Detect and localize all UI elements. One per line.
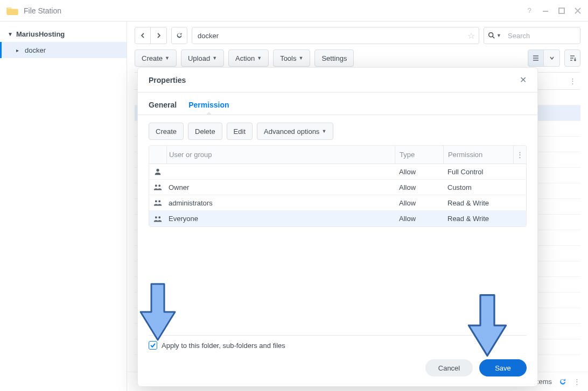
settings-button[interactable]: Settings bbox=[314, 49, 354, 67]
view-dropdown-button[interactable] bbox=[544, 49, 560, 67]
caret-down-icon: ▼ bbox=[321, 129, 326, 134]
nav-back-button[interactable] bbox=[135, 27, 151, 44]
minimize-icon[interactable] bbox=[542, 7, 549, 15]
perm-type: Allow bbox=[395, 215, 443, 223]
maximize-icon[interactable] bbox=[558, 7, 565, 15]
perm-type: Allow bbox=[395, 168, 443, 176]
title-bar: File Station ? bbox=[0, 0, 588, 22]
search-scope-dropdown[interactable]: ▼ bbox=[488, 32, 501, 39]
sort-button[interactable] bbox=[564, 49, 580, 67]
people-icon bbox=[149, 183, 166, 191]
perm-advanced-button[interactable]: Advanced options▼ bbox=[257, 123, 333, 140]
tree-item-label: docker bbox=[25, 46, 46, 54]
perm-value: Read & Write bbox=[443, 199, 513, 207]
col-header-type[interactable]: Type bbox=[395, 146, 443, 163]
window-title: File Station bbox=[24, 6, 526, 15]
refresh-list-button[interactable] bbox=[558, 378, 567, 386]
tools-button[interactable]: Tools▼ bbox=[273, 49, 310, 67]
perm-type: Allow bbox=[395, 199, 443, 207]
col-header-permission[interactable]: Permission bbox=[443, 146, 513, 163]
refresh-button[interactable] bbox=[171, 27, 187, 44]
perm-value: Read & Write bbox=[443, 215, 513, 223]
perm-value: Custom bbox=[443, 183, 513, 191]
apply-label: Apply to this folder, sub-folders and fi… bbox=[162, 342, 285, 350]
perm-delete-button[interactable]: Delete bbox=[188, 123, 222, 140]
people-icon bbox=[149, 199, 166, 207]
tab-permission[interactable]: Permission bbox=[188, 101, 229, 115]
save-button[interactable]: Save bbox=[479, 359, 527, 376]
perm-name: Everyone bbox=[166, 215, 395, 223]
star-icon[interactable]: ☆ bbox=[467, 31, 475, 41]
perm-row[interactable]: Owner Allow Custom bbox=[149, 180, 526, 195]
caret-down-icon: ▼ bbox=[257, 55, 262, 61]
folder-icon bbox=[6, 6, 18, 16]
chevron-down-icon: ▼ bbox=[8, 31, 13, 37]
perm-row[interactable]: Everyone Allow Read & Write bbox=[149, 211, 526, 226]
people-icon bbox=[149, 215, 166, 223]
dialog-title: Properties bbox=[149, 76, 520, 84]
perm-type: Allow bbox=[395, 183, 443, 191]
perm-row[interactable]: administrators Allow Read & Write bbox=[149, 195, 526, 211]
person-icon bbox=[149, 168, 166, 175]
caret-down-icon: ▼ bbox=[299, 55, 304, 61]
tree-root-label: MariusHosting bbox=[16, 30, 65, 38]
col-header-more-icon[interactable]: ⋮ bbox=[513, 146, 526, 163]
upload-button[interactable]: Upload▼ bbox=[181, 49, 224, 67]
action-button[interactable]: Action▼ bbox=[228, 49, 269, 67]
view-list-button[interactable] bbox=[528, 49, 544, 67]
nav-forward-button[interactable] bbox=[151, 27, 167, 44]
apply-checkbox[interactable] bbox=[149, 341, 157, 350]
tree-root[interactable]: ▼ MariusHosting bbox=[0, 26, 127, 42]
perm-create-button[interactable]: Create bbox=[149, 123, 184, 140]
perm-name: Owner bbox=[166, 183, 395, 191]
col-header-user[interactable]: User or group bbox=[166, 146, 395, 163]
help-icon[interactable]: ? bbox=[526, 7, 533, 15]
svg-point-2 bbox=[489, 33, 493, 37]
caret-down-icon: ▼ bbox=[165, 55, 170, 61]
close-window-icon[interactable] bbox=[574, 7, 582, 15]
close-icon[interactable]: ✕ bbox=[520, 75, 527, 85]
sidebar: ▼ MariusHosting ▸ docker bbox=[0, 22, 127, 391]
properties-dialog: Properties ✕ General Permission Create D… bbox=[137, 67, 538, 387]
more-icon[interactable]: ⋮ bbox=[569, 77, 576, 85]
permission-table: User or group Type Permission ⋮ Allow Fu… bbox=[149, 145, 527, 227]
svg-rect-1 bbox=[559, 8, 564, 13]
cancel-button[interactable]: Cancel bbox=[425, 359, 473, 376]
tab-general[interactable]: General bbox=[149, 101, 177, 115]
perm-value: Full Control bbox=[443, 168, 513, 176]
perm-name: administrators bbox=[166, 199, 395, 207]
caret-down-icon: ▼ bbox=[212, 55, 217, 61]
chevron-right-icon: ▸ bbox=[16, 47, 22, 53]
create-button[interactable]: Create▼ bbox=[135, 49, 177, 67]
svg-rect-0 bbox=[543, 11, 548, 12]
tree-item-docker[interactable]: ▸ docker bbox=[0, 42, 127, 58]
path-input[interactable] bbox=[192, 27, 479, 44]
perm-row[interactable]: Allow Full Control bbox=[149, 164, 526, 180]
more-icon[interactable]: ⋮ bbox=[573, 378, 580, 386]
perm-edit-button[interactable]: Edit bbox=[227, 123, 253, 140]
